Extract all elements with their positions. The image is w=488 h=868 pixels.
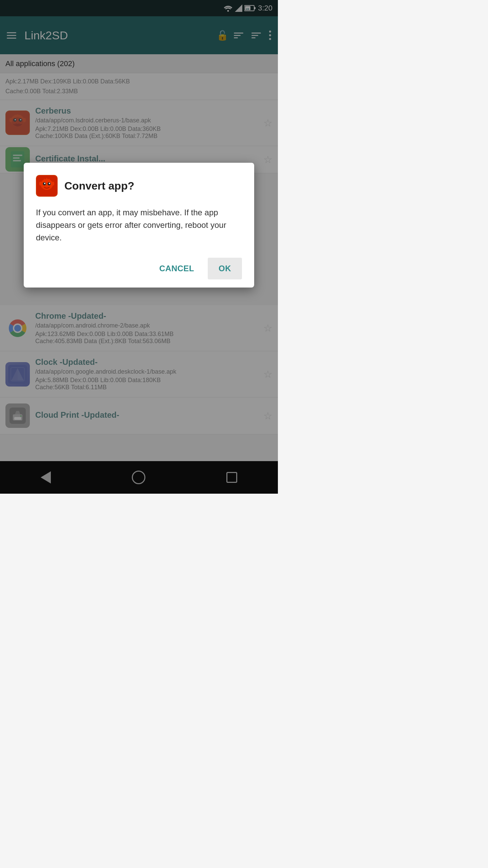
dialog-actions: CANCEL OK xyxy=(36,258,242,279)
dialog-overlay: Convert app? If you convert an app, it m… xyxy=(0,0,278,494)
ok-button[interactable]: OK xyxy=(208,258,242,279)
dialog-title: Convert app? xyxy=(64,180,134,192)
svg-rect-28 xyxy=(39,182,42,185)
svg-rect-29 xyxy=(52,182,54,185)
svg-point-27 xyxy=(49,183,50,184)
dialog-app-icon xyxy=(36,175,58,197)
cancel-button[interactable]: CANCEL xyxy=(148,258,205,279)
dialog-body: If you convert an app, it may misbehave.… xyxy=(36,206,242,244)
svg-point-26 xyxy=(44,183,45,184)
dialog-header: Convert app? xyxy=(36,175,242,197)
convert-app-dialog: Convert app? If you convert an app, it m… xyxy=(24,163,254,288)
